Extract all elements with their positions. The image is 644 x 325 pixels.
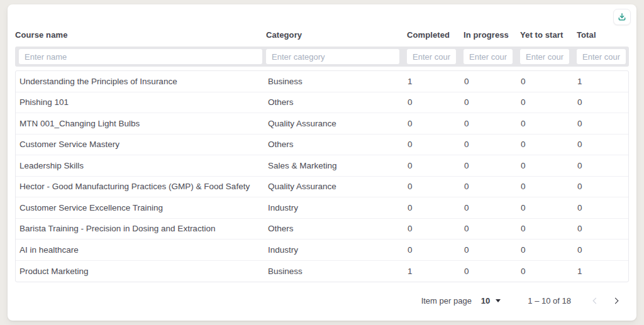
cell-category: Quality Assurance bbox=[267, 119, 408, 128]
cell-in-progress: 0 bbox=[464, 161, 521, 170]
cell-in-progress: 0 bbox=[464, 267, 521, 276]
cell-yet-to-start: 0 bbox=[521, 182, 577, 191]
cell-yet-to-start: 0 bbox=[521, 77, 577, 86]
cell-yet-to-start: 0 bbox=[521, 224, 577, 233]
cell-yet-to-start: 0 bbox=[521, 161, 577, 170]
cell-total: 0 bbox=[577, 245, 628, 255]
table-row[interactable]: Understanding the Principles of Insuranc… bbox=[16, 71, 628, 92]
cell-category: Business bbox=[267, 77, 408, 86]
previous-page-button[interactable] bbox=[587, 293, 602, 308]
cell-category: Industry bbox=[267, 245, 408, 255]
download-icon bbox=[618, 13, 626, 21]
table-row[interactable]: Product MarketingBusiness1001 bbox=[16, 261, 628, 282]
column-header-in-progress: In progress bbox=[464, 30, 520, 40]
cell-completed: 0 bbox=[408, 245, 464, 255]
cell-name: MTN 001_Changing Light Bulbs bbox=[16, 119, 267, 128]
cell-in-progress: 0 bbox=[464, 140, 521, 149]
pagination-bar: Item per page 10 1 – 10 of 18 bbox=[15, 293, 629, 308]
cell-name: Customer Service Excellence Training bbox=[16, 203, 267, 212]
cell-category: Business bbox=[267, 267, 408, 276]
cell-total: 0 bbox=[577, 203, 628, 212]
cell-in-progress: 0 bbox=[464, 119, 521, 128]
filter-input-completed[interactable] bbox=[407, 49, 456, 64]
cell-in-progress: 0 bbox=[464, 203, 521, 212]
table-filter-row bbox=[15, 47, 629, 67]
cell-yet-to-start: 0 bbox=[521, 97, 577, 107]
cell-in-progress: 0 bbox=[464, 77, 521, 86]
cell-completed: 0 bbox=[408, 97, 464, 107]
report-card: Course name Category Completed In progre… bbox=[8, 4, 636, 321]
cell-category: Others bbox=[267, 97, 408, 107]
cell-completed: 0 bbox=[408, 161, 464, 170]
table-row[interactable]: Customer Service MasteryOthers0000 bbox=[16, 135, 628, 156]
cell-in-progress: 0 bbox=[464, 182, 521, 191]
items-per-page-dropdown[interactable]: 10 bbox=[481, 296, 501, 306]
cell-yet-to-start: 0 bbox=[521, 119, 577, 128]
items-per-page-value: 10 bbox=[481, 296, 490, 306]
column-header-completed: Completed bbox=[407, 30, 464, 40]
cell-name: Customer Service Mastery bbox=[16, 140, 267, 149]
chevron-right-icon bbox=[613, 297, 619, 304]
cell-name: AI in healthcare bbox=[16, 245, 267, 255]
download-button[interactable] bbox=[613, 9, 631, 25]
cell-name: Understanding the Principles of Insuranc… bbox=[16, 77, 267, 86]
cell-name: Hector - Good Manufacturing Practices (G… bbox=[16, 182, 267, 191]
cell-total: 0 bbox=[577, 161, 628, 170]
cell-total: 0 bbox=[577, 182, 628, 191]
items-per-page-label: Item per page bbox=[421, 296, 472, 306]
cell-completed: 0 bbox=[408, 203, 464, 212]
filter-input-category[interactable] bbox=[266, 49, 399, 64]
filter-input-yet-to-start[interactable] bbox=[520, 49, 569, 64]
pagination-range-text: 1 – 10 of 18 bbox=[528, 296, 571, 306]
table-header-row: Course name Category Completed In progre… bbox=[15, 28, 629, 41]
cell-total: 0 bbox=[577, 119, 628, 128]
cell-name: Product Marketing bbox=[16, 267, 267, 276]
table-row[interactable]: Barista Training - Precision in Dosing a… bbox=[16, 219, 628, 240]
cell-yet-to-start: 0 bbox=[521, 140, 577, 149]
table-row[interactable]: Phishing 101Others0000 bbox=[16, 92, 628, 114]
column-header-category: Category bbox=[266, 30, 407, 40]
table-row[interactable]: Leadership SkillsSales & Marketing0000 bbox=[16, 155, 628, 177]
cell-name: Phishing 101 bbox=[16, 97, 267, 107]
cell-in-progress: 0 bbox=[464, 245, 521, 255]
cell-yet-to-start: 0 bbox=[521, 267, 577, 276]
column-header-yet-to-start: Yet to start bbox=[520, 30, 577, 40]
cell-category: Others bbox=[267, 140, 408, 149]
table-row[interactable]: AI in healthcareIndustry0000 bbox=[16, 240, 628, 261]
filter-input-total[interactable] bbox=[577, 49, 626, 64]
table-row[interactable]: Hector - Good Manufacturing Practices (G… bbox=[16, 177, 628, 198]
cell-completed: 0 bbox=[408, 140, 464, 149]
column-header-total: Total bbox=[577, 30, 629, 40]
cell-category: Others bbox=[267, 224, 408, 233]
chevron-left-icon bbox=[593, 297, 599, 304]
cell-completed: 1 bbox=[408, 77, 464, 86]
next-page-button[interactable] bbox=[609, 293, 624, 308]
cell-in-progress: 0 bbox=[464, 224, 521, 233]
cell-completed: 0 bbox=[408, 182, 464, 191]
filter-input-course-name[interactable] bbox=[19, 49, 262, 64]
cell-yet-to-start: 0 bbox=[521, 245, 577, 255]
cell-total: 1 bbox=[577, 77, 628, 86]
cell-category: Industry bbox=[267, 203, 408, 212]
cell-category: Quality Assurance bbox=[267, 182, 408, 191]
cell-completed: 1 bbox=[408, 267, 464, 276]
cell-category: Sales & Marketing bbox=[267, 161, 408, 170]
cell-in-progress: 0 bbox=[464, 97, 521, 107]
cell-completed: 0 bbox=[408, 224, 464, 233]
cell-name: Leadership Skills bbox=[16, 161, 267, 170]
cell-total: 0 bbox=[577, 224, 628, 233]
cell-total: 1 bbox=[577, 267, 628, 276]
column-header-course-name: Course name bbox=[15, 30, 266, 40]
cell-total: 0 bbox=[577, 140, 628, 149]
table-row[interactable]: Customer Service Excellence TrainingIndu… bbox=[16, 197, 628, 219]
cell-name: Barista Training - Precision in Dosing a… bbox=[16, 224, 267, 233]
cell-completed: 0 bbox=[408, 119, 464, 128]
chevron-down-icon bbox=[496, 299, 501, 302]
filter-input-in-progress[interactable] bbox=[464, 49, 513, 64]
cell-total: 0 bbox=[577, 97, 628, 107]
cell-yet-to-start: 0 bbox=[521, 203, 577, 212]
table-body: Understanding the Principles of Insuranc… bbox=[15, 70, 629, 282]
table-row[interactable]: MTN 001_Changing Light BulbsQuality Assu… bbox=[16, 113, 628, 135]
